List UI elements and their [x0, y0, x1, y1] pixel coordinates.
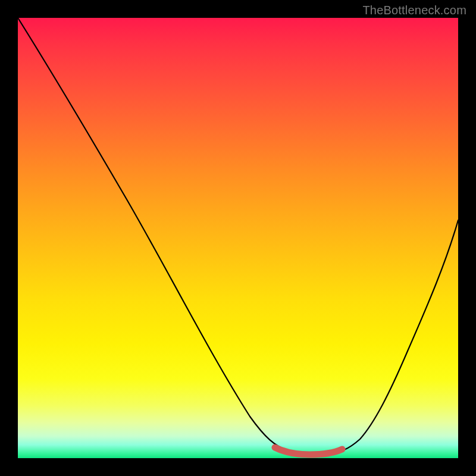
curve-layer — [18, 18, 458, 458]
chart-frame: TheBottleneck.com — [0, 0, 476, 476]
watermark-text: TheBottleneck.com — [362, 4, 466, 17]
bottleneck-curve — [18, 18, 458, 454]
bottleneck-curve-highlight — [275, 447, 342, 455]
plot-area — [18, 18, 458, 458]
